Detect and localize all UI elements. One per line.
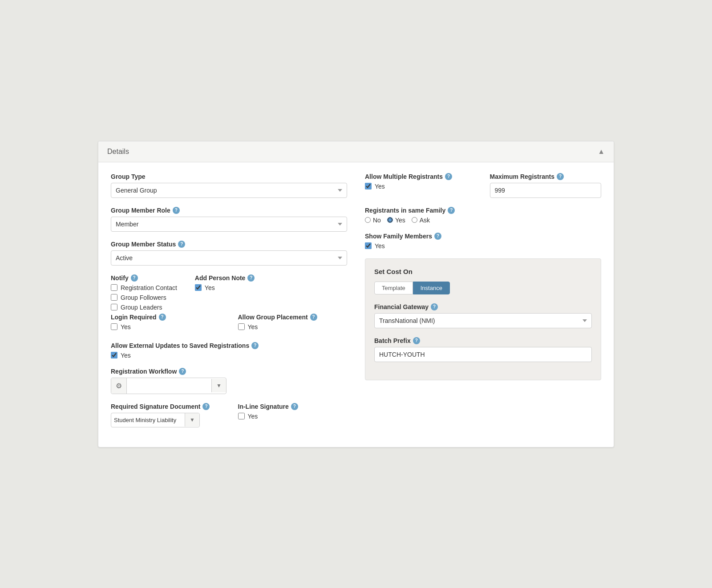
max-registrants-input[interactable] <box>490 183 602 198</box>
group-member-status-help-icon[interactable]: ? <box>178 241 185 248</box>
registration-workflow-group: Registration Workflow ? ⚙ ▼ <box>111 368 347 394</box>
batch-prefix-group: Batch Prefix ? <box>374 337 592 362</box>
registrants-same-family-help-icon[interactable]: ? <box>448 207 455 214</box>
registrants-same-family-radio-group: No Yes Ask <box>365 217 601 224</box>
workflow-gear-icon: ⚙ <box>111 378 127 394</box>
group-type-select[interactable]: General Group <box>111 183 347 198</box>
group-member-role-select[interactable]: Member <box>111 217 347 232</box>
allow-multiple-help-icon[interactable]: ? <box>445 173 452 180</box>
notify-label: Notify ? <box>111 274 177 282</box>
notify-group-followers-group: Group Followers <box>111 294 177 301</box>
notify-group-leaders-checkbox[interactable] <box>111 304 117 310</box>
login-required-help-icon[interactable]: ? <box>159 314 166 321</box>
allow-multiple-yes-label: Yes <box>375 183 385 190</box>
sig-arrow-icon: ▼ <box>185 413 199 427</box>
add-person-note-yes-label: Yes <box>205 284 215 291</box>
notify-add-row: Notify ? Registration Contact Group Foll… <box>111 274 347 314</box>
allow-external-updates-group: Allow External Updates to Saved Registra… <box>111 342 347 359</box>
registrants-yes-radio[interactable] <box>387 217 393 223</box>
collapse-icon[interactable]: ▲ <box>598 148 605 156</box>
allow-group-placement-yes-group: Yes <box>238 323 348 330</box>
show-family-members-checkbox[interactable] <box>365 242 372 249</box>
panel-body: Group Type General Group Group Member Ro… <box>98 162 614 447</box>
allow-multiple-label: Allow Multiple Registrants ? <box>365 173 477 180</box>
group-member-status-select[interactable]: Active <box>111 250 347 266</box>
group-member-role-group: Group Member Role ? Member <box>111 207 347 232</box>
login-required-checkbox[interactable] <box>111 323 117 330</box>
inline-signature-yes-group: Yes <box>238 413 348 420</box>
show-family-members-yes-label: Yes <box>375 242 385 250</box>
batch-prefix-input[interactable] <box>374 347 592 362</box>
notify-reg-contact-group: Registration Contact <box>111 284 177 291</box>
show-family-members-label: Show Family Members ? <box>365 233 601 240</box>
add-person-note-yes-group: Yes <box>195 284 255 291</box>
notify-group-leaders-group: Group Leaders <box>111 304 177 311</box>
template-toggle-button[interactable]: Template <box>374 282 413 294</box>
financial-gateway-select[interactable]: TransNational (NMI) <box>374 313 592 328</box>
notify-group-followers-label: Group Followers <box>121 294 166 301</box>
registrants-ask-label: Ask <box>420 217 430 224</box>
allow-group-placement-help-icon[interactable]: ? <box>310 314 317 321</box>
registrants-ask-option: Ask <box>412 217 430 224</box>
required-signature-help-icon[interactable]: ? <box>202 403 210 410</box>
allow-external-updates-label: Allow External Updates to Saved Registra… <box>111 342 347 349</box>
inline-signature-yes-label: Yes <box>248 413 258 420</box>
notify-reg-contact-checkbox[interactable] <box>111 284 117 291</box>
group-member-status-label: Group Member Status ? <box>111 241 347 248</box>
signature-row: Required Signature Document ? Student Mi… <box>111 403 347 427</box>
registrants-no-label: No <box>373 217 381 224</box>
group-member-role-label: Group Member Role ? <box>111 207 347 214</box>
add-person-note-label: Add Person Note ? <box>195 274 255 282</box>
show-family-members-help-icon[interactable]: ? <box>434 233 441 240</box>
login-required-yes-group: Yes <box>111 323 220 330</box>
instance-toggle-button[interactable]: Instance <box>413 282 450 294</box>
registrants-no-radio[interactable] <box>365 217 371 223</box>
allow-external-updates-checkbox[interactable] <box>111 352 117 358</box>
notify-help-icon[interactable]: ? <box>131 274 138 282</box>
left-column: Group Type General Group Group Member Ro… <box>111 173 347 436</box>
notify-col: Notify ? Registration Contact Group Foll… <box>111 274 177 314</box>
allow-external-updates-help-icon[interactable]: ? <box>251 342 259 349</box>
required-signature-label: Required Signature Document ? <box>111 403 220 410</box>
add-person-note-col: Add Person Note ? Yes <box>195 274 255 314</box>
show-family-members-group: Show Family Members ? Yes <box>365 233 601 250</box>
group-type-label: Group Type <box>111 173 347 180</box>
max-registrants-help-icon[interactable]: ? <box>557 173 564 180</box>
registrants-same-family-label: Registrants in same Family ? <box>365 207 601 214</box>
right-top-row: Allow Multiple Registrants ? Yes Maximum… <box>365 173 601 198</box>
allow-multiple-yes-group: Yes <box>365 183 477 190</box>
login-placement-row: Login Required ? Yes Allow Group Placeme… <box>111 314 347 333</box>
allow-group-placement-checkbox[interactable] <box>238 323 245 330</box>
login-required-label: Login Required ? <box>111 314 220 321</box>
inline-signature-label: In-Line Signature ? <box>238 403 348 410</box>
set-cost-title: Set Cost On <box>374 268 592 275</box>
workflow-select-wrapper: ⚙ ▼ <box>111 378 227 394</box>
allow-multiple-col: Allow Multiple Registrants ? Yes <box>365 173 477 198</box>
workflow-select[interactable] <box>127 379 211 393</box>
login-required-col: Login Required ? Yes <box>111 314 220 333</box>
add-person-note-checkbox[interactable] <box>195 284 202 291</box>
allow-external-updates-yes-group: Yes <box>111 352 347 359</box>
financial-gateway-group: Financial Gateway ? TransNational (NMI) <box>374 303 592 328</box>
batch-prefix-help-icon[interactable]: ? <box>413 337 420 344</box>
allow-multiple-checkbox[interactable] <box>365 183 372 189</box>
details-panel: Details ▲ Group Type General Group Group… <box>98 141 614 447</box>
max-registrants-label: Maximum Registrants ? <box>490 173 602 180</box>
add-person-note-help-icon[interactable]: ? <box>247 274 255 282</box>
allow-external-updates-yes-label: Yes <box>121 352 131 359</box>
registrants-same-family-group: Registrants in same Family ? No Yes Ask <box>365 207 601 224</box>
inline-signature-checkbox[interactable] <box>238 413 245 419</box>
inline-signature-help-icon[interactable]: ? <box>291 403 298 410</box>
registration-workflow-help-icon[interactable]: ? <box>179 368 186 375</box>
allow-group-placement-label: Allow Group Placement ? <box>238 314 348 321</box>
inline-signature-col: In-Line Signature ? Yes <box>238 403 348 427</box>
panel-header: Details ▲ <box>98 141 614 162</box>
workflow-arrow-icon: ▼ <box>211 379 226 392</box>
group-member-role-help-icon[interactable]: ? <box>173 207 180 214</box>
registrants-ask-radio[interactable] <box>412 217 417 223</box>
right-column: Allow Multiple Registrants ? Yes Maximum… <box>365 173 601 436</box>
notify-group-followers-checkbox[interactable] <box>111 294 117 301</box>
financial-gateway-help-icon[interactable]: ? <box>431 303 438 310</box>
required-signature-select[interactable]: Student Ministry Liability <box>111 413 185 427</box>
allow-group-placement-col: Allow Group Placement ? Yes <box>238 314 348 333</box>
